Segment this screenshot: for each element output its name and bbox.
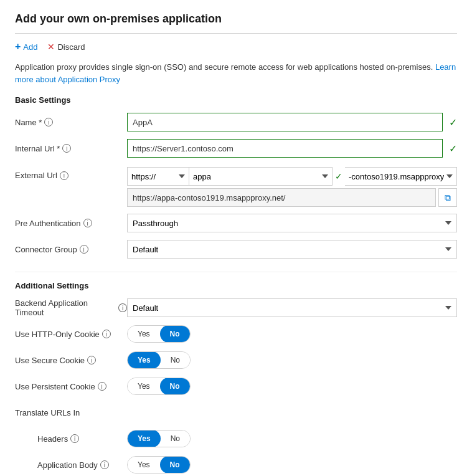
page-title: Add your own on-premises application — [15, 12, 457, 26]
backend-timeout-select[interactable]: Default — [127, 298, 457, 317]
secure-cookie-toggle: Yes No — [127, 351, 191, 369]
internal-url-label: Internal Url * i — [15, 144, 127, 153]
discard-label: Discard — [57, 42, 85, 52]
external-url-info-icon[interactable]: i — [60, 171, 68, 180]
internal-url-input-wrap: ✓ — [127, 139, 457, 158]
http-only-cookie-toggle: Yes No — [127, 325, 191, 343]
backend-timeout-info-icon[interactable]: i — [118, 303, 127, 312]
external-url-scheme-select[interactable]: https:// — [127, 167, 189, 186]
internal-url-check-icon: ✓ — [449, 143, 457, 155]
toolbar: + Add ✕ Discard — [15, 41, 457, 52]
discard-button[interactable]: ✕ Discard — [47, 41, 85, 52]
http-only-cookie-info-icon[interactable]: i — [102, 330, 111, 338]
headers-row: Headers i Yes No — [15, 429, 457, 449]
title-divider — [15, 33, 457, 34]
pre-auth-control: Passthrough — [127, 214, 457, 232]
external-url-subdomain-select[interactable]: appa — [189, 167, 333, 186]
connector-group-select[interactable]: Default — [127, 240, 457, 259]
persistent-cookie-no-btn[interactable]: No — [160, 378, 190, 395]
section-divider — [15, 272, 457, 272]
connector-group-info-icon[interactable]: i — [80, 245, 88, 254]
backend-timeout-label: Backend Application Timeout i — [15, 298, 127, 317]
internal-url-row: Internal Url * i ✓ — [15, 138, 457, 158]
headers-yes-btn[interactable]: Yes — [128, 430, 161, 447]
app-body-control: Yes No — [127, 456, 457, 474]
external-url-row: External Url i https:// appa ✓ -contoso1… — [15, 164, 457, 207]
internal-url-info-icon[interactable]: i — [62, 144, 71, 153]
add-label: Add — [23, 42, 37, 52]
description-text: Application proxy provides single sign-o… — [15, 61, 457, 85]
http-only-cookie-control: Yes No — [127, 325, 457, 343]
x-icon: ✕ — [47, 42, 55, 52]
additional-settings-title: Additional Settings — [15, 281, 457, 290]
headers-control: Yes No — [127, 430, 457, 447]
headers-label: Headers i — [37, 434, 127, 444]
copy-icon: ⧉ — [445, 193, 451, 203]
internal-url-input[interactable] — [127, 139, 443, 158]
additional-settings-section: Additional Settings Backend Application … — [15, 281, 457, 475]
http-only-cookie-no-btn[interactable]: No — [160, 325, 190, 343]
secure-cookie-row: Use Secure Cookie i Yes No — [15, 350, 457, 370]
headers-no-btn[interactable]: No — [161, 430, 190, 447]
external-url-label: External Url i — [15, 167, 127, 180]
app-body-row: Application Body i Yes No — [15, 455, 457, 475]
translate-urls-row: Translate URLs In — [15, 402, 457, 422]
http-only-cookie-yes-btn[interactable]: Yes — [128, 325, 160, 343]
external-url-domain-select[interactable]: -contoso1919.msappproxy.net/ — [345, 167, 457, 186]
persistent-cookie-toggle: Yes No — [127, 378, 191, 395]
app-body-toggle: Yes No — [127, 456, 191, 474]
plus-icon: + — [15, 41, 21, 52]
basic-settings-title: Basic Settings — [15, 95, 457, 105]
persistent-cookie-label: Use Persistent Cookie i — [15, 382, 127, 391]
persistent-cookie-info-icon[interactable]: i — [98, 382, 106, 391]
persistent-cookie-yes-btn[interactable]: Yes — [128, 378, 160, 395]
basic-settings-section: Basic Settings Name * i ✓ Internal Url *… — [15, 95, 457, 259]
pre-auth-row: Pre Authentication i Passthrough — [15, 213, 457, 233]
name-label: Name * i — [15, 118, 127, 127]
external-url-display-box: https://appa-contoso1919.msappproxy.net/ — [127, 188, 436, 207]
connector-group-row: Connector Group i Default — [15, 239, 457, 259]
name-info-icon[interactable]: i — [44, 118, 53, 126]
secure-cookie-label: Use Secure Cookie i — [15, 356, 127, 365]
headers-info-icon[interactable]: i — [70, 434, 79, 443]
connector-group-label: Connector Group i — [15, 245, 127, 254]
app-body-no-btn[interactable]: No — [160, 456, 190, 474]
pre-auth-label: Pre Authentication i — [15, 219, 127, 228]
http-only-cookie-row: Use HTTP-Only Cookie i Yes No — [15, 324, 457, 344]
persistent-cookie-row: Use Persistent Cookie i Yes No — [15, 376, 457, 396]
http-only-cookie-label: Use HTTP-Only Cookie i — [15, 330, 127, 339]
external-url-top: https:// appa ✓ -contoso1919.msappproxy.… — [127, 167, 457, 186]
name-input-wrap: ✓ — [127, 113, 457, 131]
translate-urls-label: Translate URLs In — [15, 408, 127, 417]
connector-group-control: Default — [127, 240, 457, 259]
name-row: Name * i ✓ — [15, 112, 457, 132]
pre-auth-select[interactable]: Passthrough — [127, 214, 457, 232]
copy-url-button[interactable]: ⧉ — [438, 188, 457, 207]
secure-cookie-info-icon[interactable]: i — [87, 356, 96, 364]
persistent-cookie-control: Yes No — [127, 378, 457, 395]
name-input[interactable] — [127, 113, 443, 131]
app-body-info-icon[interactable]: i — [100, 460, 109, 469]
external-url-wrap: https:// appa ✓ -contoso1919.msappproxy.… — [127, 167, 457, 207]
secure-cookie-no-btn[interactable]: No — [161, 351, 190, 369]
backend-timeout-row: Backend Application Timeout i Default — [15, 298, 457, 318]
secure-cookie-yes-btn[interactable]: Yes — [128, 351, 161, 369]
secure-cookie-control: Yes No — [127, 351, 457, 369]
pre-auth-info-icon[interactable]: i — [83, 219, 92, 227]
app-body-yes-btn[interactable]: Yes — [128, 456, 160, 474]
external-url-display: https://appa-contoso1919.msappproxy.net/… — [127, 188, 457, 207]
subdomain-check-icon: ✓ — [335, 171, 342, 181]
name-check-icon: ✓ — [449, 117, 457, 128]
headers-toggle: Yes No — [127, 430, 191, 447]
backend-timeout-control: Default — [127, 298, 457, 317]
app-body-label: Application Body i — [37, 460, 127, 470]
add-button[interactable]: + Add — [15, 41, 37, 52]
